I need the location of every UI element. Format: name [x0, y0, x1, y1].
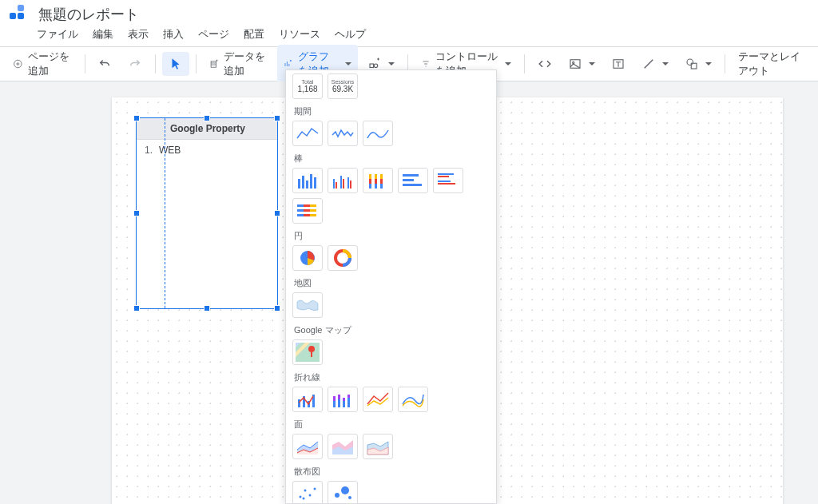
chart-option-smooth-line[interactable]: [398, 387, 428, 412]
chart-option-timeseries[interactable]: [292, 121, 323, 146]
svg-rect-20: [369, 174, 371, 179]
svg-rect-16: [340, 176, 342, 189]
menu-help[interactable]: ヘルプ: [335, 27, 366, 42]
chart-option-grouped-bar[interactable]: [328, 168, 358, 193]
add-data-button[interactable]: データを追加: [203, 45, 275, 83]
chart-option-donut[interactable]: [328, 245, 358, 271]
column-divider[interactable]: [165, 118, 165, 308]
svg-rect-21: [369, 179, 371, 184]
cursor-icon: [169, 57, 183, 71]
chart-option-smooth-timeseries[interactable]: [363, 121, 393, 146]
scorecard-label: Total: [302, 79, 314, 85]
svg-point-68: [348, 496, 351, 499]
chevron-down-icon: [388, 62, 395, 65]
add-page-button[interactable]: ページを追加: [6, 45, 78, 83]
resize-handle[interactable]: [204, 305, 210, 312]
shape-button[interactable]: [678, 52, 718, 76]
chart-option-hgrouped-bar[interactable]: [433, 168, 463, 193]
svg-rect-13: [314, 177, 316, 189]
svg-rect-25: [375, 184, 377, 189]
svg-rect-9: [298, 179, 300, 189]
svg-rect-35: [438, 183, 455, 185]
chart-option-area[interactable]: [292, 434, 323, 459]
row-number: 1.: [143, 145, 159, 156]
scorecard-label: Sessions: [332, 79, 354, 85]
resize-handle[interactable]: [274, 305, 280, 312]
add-data-label: データを追加: [224, 50, 268, 78]
resize-handle[interactable]: [274, 210, 280, 216]
chart-option-pie[interactable]: [292, 245, 323, 271]
theme-layout-label: テーマとレイアウト: [738, 50, 805, 78]
chart-option-sparkline[interactable]: [328, 121, 358, 146]
menu-file[interactable]: ファイル: [37, 27, 78, 42]
add-chart-panel: Total 1,168 Sessions 69.3K 期間 棒 円 地図 Goo…: [285, 69, 497, 504]
embed-button[interactable]: [531, 52, 558, 76]
svg-point-5: [573, 62, 574, 63]
redo-button[interactable]: [121, 52, 149, 76]
looker-studio-logo-icon: [10, 5, 29, 24]
chart-option-line[interactable]: [363, 387, 393, 412]
resize-handle[interactable]: [204, 115, 210, 121]
image-button[interactable]: [562, 52, 602, 76]
toolbar-divider: [725, 54, 725, 73]
menu-view[interactable]: 表示: [128, 27, 149, 42]
svg-rect-56: [338, 395, 340, 399]
svg-rect-53: [333, 401, 336, 407]
chart-option-scorecard[interactable]: Total 1,168: [292, 73, 323, 99]
theme-layout-button[interactable]: テーマとレイアウト: [732, 45, 812, 83]
toolbar-divider: [524, 54, 525, 73]
chart-option-scorecard-compact[interactable]: Sessions 69.3K: [328, 73, 358, 99]
svg-rect-38: [310, 204, 316, 207]
svg-rect-12: [310, 174, 312, 189]
resize-handle[interactable]: [274, 115, 280, 121]
document-title[interactable]: 無題のレポート: [38, 5, 139, 24]
section-geomap: 地図: [294, 277, 490, 289]
chart-option-combo[interactable]: [292, 387, 323, 412]
chart-option-hstacked-bar[interactable]: [292, 198, 323, 224]
text-icon: [611, 57, 625, 71]
svg-rect-15: [336, 182, 337, 189]
svg-rect-54: [333, 396, 336, 401]
resize-handle[interactable]: [133, 210, 140, 216]
menubar: ファイル 編集 表示 挿入 ページ 配置 リソース ヘルプ: [0, 26, 818, 46]
svg-rect-34: [438, 181, 451, 182]
chart-option-bubble[interactable]: [328, 481, 358, 504]
selected-table-chart[interactable]: Google Property 1. WEB: [136, 117, 278, 309]
svg-rect-26: [380, 174, 383, 179]
resize-handle[interactable]: [133, 305, 140, 312]
redo-icon: [128, 57, 142, 71]
text-button[interactable]: [605, 52, 632, 76]
menu-edit[interactable]: 編集: [93, 27, 113, 42]
svg-rect-55: [338, 399, 340, 407]
chart-option-hbar[interactable]: [398, 168, 428, 193]
menu-layout[interactable]: 配置: [244, 27, 264, 42]
resize-handle[interactable]: [133, 115, 140, 121]
chart-option-stacked-area[interactable]: [328, 434, 358, 459]
chart-option-geomap[interactable]: [292, 292, 323, 318]
image-icon: [568, 57, 582, 71]
svg-point-3: [375, 64, 379, 68]
menu-page[interactable]: ページ: [198, 27, 229, 42]
svg-rect-59: [347, 398, 350, 407]
chart-option-stacked-bar[interactable]: [363, 168, 393, 193]
svg-rect-1: [211, 62, 216, 67]
svg-rect-2: [370, 64, 374, 68]
chart-option-full-stacked-area[interactable]: [363, 434, 393, 459]
chevron-down-icon: [505, 62, 511, 65]
menu-insert[interactable]: 挿入: [163, 27, 184, 42]
chart-option-scatter[interactable]: [292, 481, 323, 504]
undo-button[interactable]: [91, 52, 118, 76]
svg-rect-30: [403, 179, 414, 181]
svg-point-48: [308, 346, 315, 352]
chart-option-bar[interactable]: [292, 168, 323, 193]
select-tool-button[interactable]: [162, 52, 189, 76]
svg-rect-37: [304, 204, 310, 207]
svg-rect-27: [380, 179, 383, 184]
svg-point-67: [341, 486, 349, 494]
chart-option-stacked-combo[interactable]: [328, 387, 358, 412]
menu-resource[interactable]: リソース: [279, 27, 320, 42]
line-button[interactable]: [635, 52, 675, 76]
chart-option-google-map[interactable]: [292, 339, 323, 365]
line-icon: [641, 57, 656, 71]
plus-circle-icon: [13, 57, 23, 71]
